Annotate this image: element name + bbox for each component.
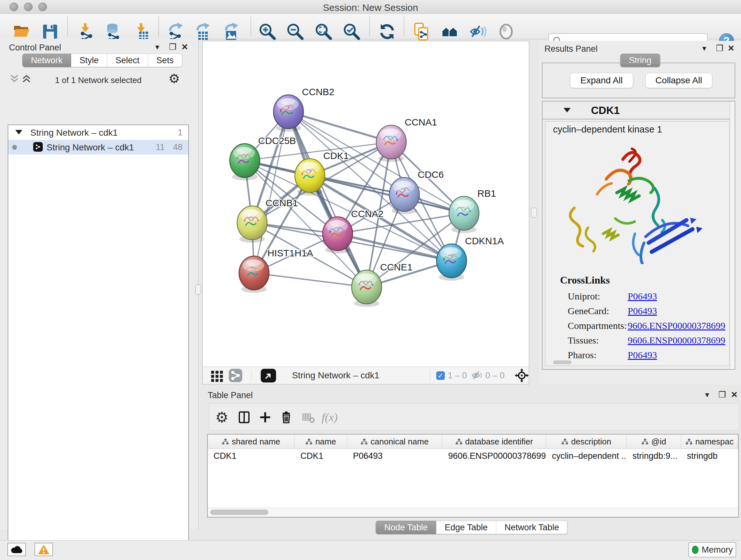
save-icon[interactable] xyxy=(41,22,59,41)
clone-network-icon[interactable] xyxy=(413,22,431,41)
export-network-icon[interactable] xyxy=(166,22,185,41)
expand-all-button[interactable]: Expand All xyxy=(570,73,633,88)
table-row[interactable]: CDK1CDK1P064939606.ENSP00000378699cyclin… xyxy=(208,449,738,463)
tab-edge-table[interactable]: Edge Table xyxy=(436,521,496,534)
zoom-in-icon[interactable] xyxy=(258,22,277,41)
node-RB1[interactable] xyxy=(449,196,479,233)
open-folder-icon[interactable] xyxy=(12,22,31,41)
column-header-database-identifier[interactable]: database identifier xyxy=(442,435,546,449)
tab-network[interactable]: Network xyxy=(22,54,71,67)
node-CCNB1[interactable] xyxy=(237,206,267,243)
delete-table-icon[interactable] xyxy=(300,409,317,425)
warnings-button[interactable] xyxy=(35,543,53,556)
fit-content-crosshair-icon[interactable] xyxy=(515,367,529,384)
edge-CCNB2-CCNA1[interactable] xyxy=(288,112,391,142)
function-builder-icon[interactable]: f(x) xyxy=(322,409,338,425)
crosslink-link[interactable]: 9606.ENSP00000378699 xyxy=(628,335,725,346)
results-float-icon[interactable]: ❒ xyxy=(714,44,725,53)
right-splitter-handle[interactable] xyxy=(531,207,537,218)
import-network-from-database-icon[interactable] xyxy=(104,22,122,41)
show-view-icon[interactable] xyxy=(497,22,515,41)
import-network-icon[interactable] xyxy=(77,22,96,41)
network-collection-row[interactable]: String Network – cdk1 1 xyxy=(8,125,188,140)
table-cell[interactable]: stringdb:9... xyxy=(627,449,681,463)
column-header-canonical-name[interactable]: canonical name xyxy=(347,435,442,449)
network-canvas[interactable]: CCNB2CCNA1CDC25BCDK1CDC6RB1CCNB1CCNA2CDK… xyxy=(203,41,529,367)
grid-view-icon[interactable] xyxy=(210,367,224,384)
table-cell[interactable]: 9606.ENSP00000378699 xyxy=(442,449,546,463)
results-menu-icon[interactable]: ▼ xyxy=(699,45,710,52)
crosslink-link[interactable]: P06493 xyxy=(628,350,657,361)
crosslink-link[interactable]: P06493 xyxy=(628,291,657,302)
selected-checkbox-icon[interactable]: ✓ xyxy=(436,371,445,380)
network-row[interactable]: String Network – cdk1 11 48 xyxy=(8,140,188,154)
crosslink-link[interactable]: P06493 xyxy=(628,306,657,316)
control-panel-tabs: NetworkStyleSelectSets xyxy=(22,54,182,67)
table-cell[interactable]: CDK1 xyxy=(294,449,347,463)
birds-eye-toggle-icon[interactable] xyxy=(261,369,276,382)
collapse-all-button[interactable]: Collapse All xyxy=(645,73,712,88)
node-CCNB2[interactable] xyxy=(273,95,304,132)
table-float-icon[interactable]: ❒ xyxy=(717,390,728,400)
delete-column-trash-icon[interactable] xyxy=(278,409,294,425)
home-networks-icon[interactable] xyxy=(441,22,460,41)
gene-collapse-caret-icon[interactable] xyxy=(563,108,570,112)
panel-float-icon[interactable]: ❒ xyxy=(167,42,178,52)
tab-node-table[interactable]: Node Table xyxy=(376,521,436,534)
table-cell[interactable]: cyclin–dependent ... xyxy=(546,449,626,463)
edge-HIST1H1A-CCNE1[interactable] xyxy=(254,273,367,287)
node-label-CCNE1: CCNE1 xyxy=(380,262,413,272)
table-cell[interactable]: P06493 xyxy=(347,449,442,463)
edge-CCNB2-CCNE1[interactable] xyxy=(288,112,367,287)
table-header-row: shared namenamecanonical namedatabase id… xyxy=(208,435,738,449)
node-CCNA1[interactable] xyxy=(376,125,406,162)
tab-select[interactable]: Select xyxy=(107,54,148,67)
cloud-button[interactable] xyxy=(7,543,26,556)
node-HIST1H1A[interactable] xyxy=(239,256,269,293)
results-hscroll-thumb[interactable] xyxy=(553,361,571,364)
table-cell[interactable]: CDK1 xyxy=(208,449,294,463)
table-menu-icon[interactable]: ▼ xyxy=(702,391,713,399)
node-CCNE1[interactable] xyxy=(352,270,382,307)
hidden-eye-icon[interactable] xyxy=(471,367,483,384)
node-CDKN1A[interactable] xyxy=(436,244,467,281)
zoom-selected-icon[interactable] xyxy=(342,22,361,41)
tab-network-table[interactable]: Network Table xyxy=(496,521,568,534)
results-vscroll[interactable] xyxy=(730,102,735,369)
zoom-out-icon[interactable] xyxy=(286,22,305,41)
network-options-gear-icon[interactable]: ⚙ xyxy=(169,72,179,85)
add-column-icon[interactable] xyxy=(257,409,273,425)
panel-menu-icon[interactable]: ▼ xyxy=(152,44,163,51)
column-header-shared-name[interactable]: shared name xyxy=(208,435,294,449)
node-CDC25B[interactable] xyxy=(230,144,260,180)
tab-style[interactable]: Style xyxy=(71,54,107,67)
results-close-icon[interactable]: ✕ xyxy=(726,44,737,53)
column-header-name[interactable]: name xyxy=(294,435,347,449)
network-share-icon[interactable] xyxy=(228,367,243,384)
table-hscroll[interactable] xyxy=(208,508,738,517)
gene-result-header[interactable]: CDK1 xyxy=(542,102,735,119)
table-hscroll-thumb[interactable] xyxy=(210,509,268,515)
refresh-icon[interactable] xyxy=(378,22,396,41)
crosslink-link[interactable]: 9606.ENSP00000378699 xyxy=(628,320,725,331)
export-image-icon[interactable] xyxy=(222,22,240,41)
tab-sets[interactable]: Sets xyxy=(148,54,182,67)
table-settings-gear-icon[interactable]: ⚙ xyxy=(214,409,230,425)
network-node-count: 11 xyxy=(156,142,165,152)
zoom-fit-icon[interactable] xyxy=(314,22,333,41)
column-header-namespac[interactable]: namespac xyxy=(681,435,738,449)
panel-close-icon[interactable]: ✕ xyxy=(179,42,190,52)
results-actions-box: Expand All Collapse All xyxy=(542,63,735,98)
collapse-caret-icon[interactable] xyxy=(15,130,22,134)
hidden-count: 0 – 0 xyxy=(485,367,504,384)
hide-graphics-details-icon[interactable] xyxy=(469,22,488,41)
column-header-description[interactable]: description xyxy=(546,435,626,449)
export-table-icon[interactable] xyxy=(194,22,212,41)
table-close-icon[interactable]: ✕ xyxy=(729,390,740,400)
left-splitter-handle[interactable] xyxy=(195,285,201,295)
column-header-@id[interactable]: @id xyxy=(627,435,681,449)
table-cell[interactable]: stringdb xyxy=(681,449,738,463)
memory-button[interactable]: Memory xyxy=(688,542,736,557)
import-table-icon[interactable] xyxy=(133,22,151,41)
show-column-icon[interactable] xyxy=(236,409,252,425)
